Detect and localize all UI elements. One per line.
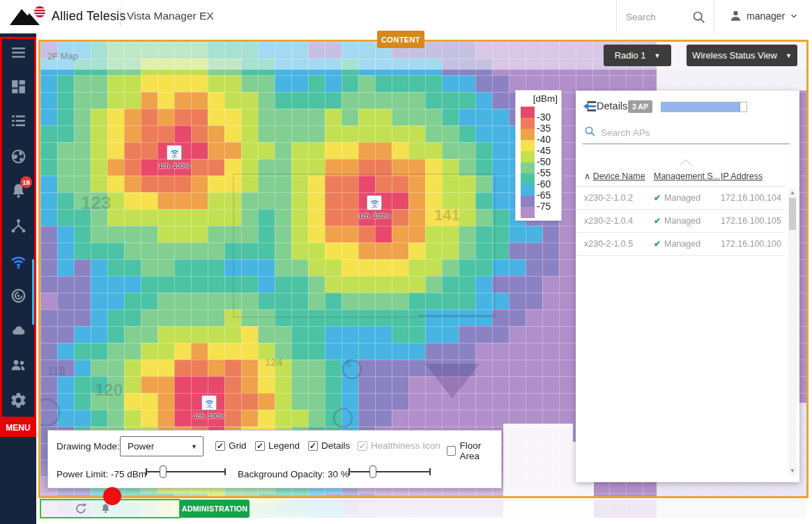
hamburger-icon — [10, 44, 27, 61]
legend-label: -50 — [537, 156, 551, 167]
sidebar-item-system-settings[interactable] — [0, 383, 36, 417]
ap-marker[interactable] — [201, 395, 217, 410]
scan-progress-bar — [661, 102, 747, 112]
device-name-cell: x230-2-1.0.2 — [584, 193, 654, 203]
drawing-mode-select[interactable]: Power ▼ — [120, 436, 204, 456]
tree-icon — [10, 217, 27, 235]
sidebar-item-cloud-plugin[interactable] — [0, 313, 36, 346]
legend-swatch — [521, 140, 535, 151]
header-divider — [616, 0, 617, 33]
sidebar-item-wireless[interactable] — [0, 245, 36, 278]
checkbox-label: Legend — [268, 440, 300, 451]
legend-swatch — [521, 196, 535, 207]
sidebar-item-user-management[interactable] — [0, 348, 36, 381]
menu-annotation-label: MENU — [0, 419, 36, 437]
ap-marker[interactable] — [367, 195, 382, 210]
scroll-up-icon[interactable]: ▲ — [788, 190, 797, 196]
ap-marker[interactable] — [167, 145, 182, 160]
legend-swatch — [521, 174, 535, 185]
details-panel: Details 3 AP Search APs ∧ Device NameMan… — [576, 91, 799, 482]
table-row[interactable]: x230-2-1.0.5✔Managed172.16.100.100 — [576, 233, 785, 256]
legend-label: -30 — [537, 111, 551, 123]
legend-swatch — [521, 151, 535, 162]
sidebar-item-network-services[interactable] — [0, 209, 36, 242]
background-opacity-slider[interactable] — [348, 465, 431, 478]
device-name-cell: x230-2-1.0.5 — [584, 239, 654, 249]
column-header[interactable]: IP Address — [721, 171, 763, 181]
legend-label: -55 — [537, 167, 551, 178]
search-icon[interactable] — [691, 10, 707, 28]
sidebar-item-event-log[interactable]: 18 — [0, 174, 36, 207]
background-opacity-label: Background Opacity: 30 % — [238, 469, 349, 479]
power-limit-slider-thumb[interactable] — [160, 465, 167, 478]
checkbox-floor-area[interactable]: Floor Area — [447, 440, 501, 461]
drawing-mode-value: Power — [128, 441, 154, 452]
chevron-down-icon: ▼ — [654, 52, 660, 59]
checkbox-box[interactable]: ✓ — [308, 441, 318, 451]
check-icon: ✔ — [654, 193, 661, 203]
legend-swatch — [521, 107, 535, 118]
table-header: ∧ Device NameManagement S...IP Address — [576, 166, 785, 187]
dial-icon — [10, 287, 27, 305]
collapse-panel-icon[interactable] — [583, 100, 598, 116]
sidebar-item-network-map[interactable] — [0, 139, 36, 173]
user-icon — [729, 9, 742, 22]
scroll-down-icon[interactable]: ▼ — [788, 468, 797, 474]
checkbox-box[interactable] — [447, 446, 456, 456]
search-input[interactable] — [626, 8, 687, 25]
refresh-icon[interactable] — [74, 502, 88, 518]
bottom-strip — [40, 500, 806, 518]
sidebar-menu: 18 — [0, 33, 36, 524]
chevron-down-icon — [789, 11, 799, 21]
sidebar-item-awc-plugin[interactable] — [0, 279, 36, 312]
checkbox-label: Grid — [229, 440, 247, 451]
legend-label: -35 — [537, 123, 551, 134]
chevron-down-icon: ▼ — [786, 52, 792, 59]
checkbox-box[interactable]: ✓ — [255, 441, 265, 451]
gear-icon — [10, 392, 27, 409]
table-row[interactable]: x230-2-1.0.4✔Managed172.16.100.105 — [576, 210, 785, 233]
administration-button[interactable]: ADMINISTRATION — [180, 500, 250, 518]
sidebar-active-indicator — [32, 259, 35, 325]
sidebar-item-dashboard[interactable] — [0, 70, 36, 103]
checkbox-label: Floor Area — [459, 440, 501, 461]
radio-selector-dropdown[interactable]: Radio 1 ▼ — [604, 45, 671, 66]
view-selector-dropdown[interactable]: Wireless Status View ▼ — [687, 45, 797, 66]
username: manager — [746, 10, 785, 22]
sidebar-item-asset-management[interactable] — [0, 104, 36, 137]
power-limit-slider[interactable] — [146, 465, 226, 478]
background-opacity-slider-thumb[interactable] — [369, 465, 376, 478]
user-menu[interactable]: manager — [729, 9, 799, 22]
legend-swatch — [521, 207, 535, 218]
map-toolbar: Drawing Mode: Power ▼ ✓Grid✓Legend✓Detai… — [47, 430, 502, 488]
checkbox-legend[interactable]: ✓Legend — [255, 440, 300, 451]
column-header[interactable]: Management S... — [654, 171, 720, 181]
check-icon: ✔ — [654, 239, 661, 249]
brand-name: Allied Telesis — [52, 9, 126, 24]
legend-swatch — [521, 129, 535, 140]
event-count-badge: 18 — [20, 176, 32, 188]
page-title: Vista Manager EX — [127, 10, 214, 22]
dbm-legend: [dBm] -30-35-40-45-50-55-60-65-75 — [515, 90, 562, 221]
brand-logo: Allied Telesis — [10, 6, 126, 26]
management-status-cell: ✔Managed — [654, 193, 721, 203]
sidebar-item-menu-toggle[interactable] — [0, 36, 36, 69]
search-aps-input[interactable]: Search APs — [601, 128, 650, 138]
content-annotation-label: CONTENT — [377, 31, 424, 48]
dashboard-icon — [10, 78, 27, 95]
table-row[interactable]: x230-2-1.0.2✔Managed172.16.100.104 — [576, 187, 785, 210]
checkbox-details[interactable]: ✓Details — [308, 440, 350, 451]
header-divider — [714, 0, 714, 33]
management-status-cell: ✔Managed — [654, 216, 721, 226]
checkbox-grid[interactable]: ✓Grid — [215, 440, 247, 451]
legend-title: [dBm] — [533, 93, 558, 104]
wifi-icon — [369, 198, 380, 208]
wifi-icon — [10, 253, 27, 270]
ap-channel-label: 1ch, 100% — [159, 162, 190, 169]
panel-scrollbar[interactable]: ▲ ▼ — [788, 188, 797, 475]
checkbox-label: Healthiness Icon — [371, 440, 441, 451]
scrollbar-thumb[interactable] — [789, 198, 796, 230]
legend-swatch — [521, 118, 535, 129]
column-header[interactable]: Device Name — [593, 171, 645, 181]
checkbox-box[interactable]: ✓ — [215, 441, 225, 451]
